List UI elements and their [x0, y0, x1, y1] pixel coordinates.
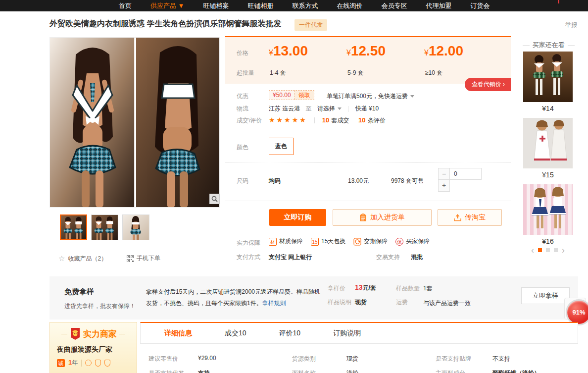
mobile-order[interactable]: 手机下单: [127, 254, 160, 263]
sample-subtitle: 进货先拿样，批发有保障！: [64, 302, 136, 311]
detail-label: 是否支持代发: [148, 369, 184, 373]
tab-reviews[interactable]: 评价10: [270, 329, 310, 338]
quantity-input[interactable]: [450, 168, 482, 180]
product-page: 首页 供应产品 ▼ 旺铺档案 旺铺相册 联系方式 在线询价 会员专区 代理加盟 …: [0, 0, 588, 373]
thumbnail-1[interactable]: [60, 214, 87, 240]
satisfaction-badge[interactable]: 91%: [567, 301, 588, 324]
strength-merchant-ribbon: 实力商家: [50, 327, 137, 340]
coupon-chip[interactable]: ¥50.00 领取: [269, 90, 314, 100]
price-tier-3: ¥12.00: [424, 43, 463, 59]
medal-icon: [85, 360, 92, 366]
get-sample-button[interactable]: 立即拿样: [521, 287, 570, 304]
deal-count[interactable]: 10: [322, 116, 329, 124]
size-unit-price: 13.00元: [348, 177, 369, 185]
detail-value: 支持: [198, 369, 210, 373]
fifteen-day-return[interactable]: 1515天包换: [311, 237, 345, 246]
order-now-button[interactable]: 立即订购: [269, 209, 326, 226]
buyer-guarantee[interactable]: 保买家保障: [395, 237, 430, 246]
mobile-order-label: 手机下单: [137, 254, 160, 263]
sample-desc-value: 现货: [355, 298, 367, 307]
seller-name[interactable]: 夜曲服装源头厂家: [57, 345, 137, 354]
related-image-3[interactable]: [523, 184, 573, 235]
thumbnail-2[interactable]: [91, 214, 118, 240]
color-option-blue[interactable]: 蓝色: [269, 138, 294, 155]
free-sample-section: 免费拿样 进货先拿样，批发有保障！ 拿样支付后15天内，二次店铺进货满2000元…: [49, 276, 578, 320]
thumbnail-3[interactable]: [122, 214, 149, 240]
nav-products[interactable]: 供应产品 ▼: [150, 1, 197, 10]
related-image-1[interactable]: [523, 52, 573, 102]
shield-icon-2: [104, 360, 110, 367]
favorite-product[interactable]: ☆ 收藏产品（2）: [58, 254, 107, 263]
nav-home[interactable]: 首页: [119, 1, 145, 10]
trade-support-label: 交易支持: [376, 253, 400, 262]
moq-tier-1: 1-4 套: [270, 69, 286, 77]
view-agent-price-button[interactable]: 查看代销价 ›: [465, 78, 511, 91]
size-stock: 9978 套可售: [391, 177, 424, 185]
review-count[interactable]: 10: [358, 116, 365, 124]
magnifier-icon[interactable]: [209, 194, 220, 204]
seller-badges: 诚 1年: [57, 359, 137, 367]
nav-contact[interactable]: 联系方式: [292, 1, 331, 10]
next-arrow-icon[interactable]: ›: [562, 247, 565, 254]
integrity-icon[interactable]: 诚: [57, 359, 65, 367]
logistics-from: 江苏 连云港: [269, 105, 300, 112]
detail-label: 货源类别: [292, 355, 316, 363]
sample-ship-value: 与该产品运费一致: [423, 298, 471, 309]
sidebar-title: 买家还在看: [519, 41, 578, 50]
upload-icon: [454, 213, 461, 221]
detail-value: 不支持: [492, 355, 510, 363]
sample-title: 免费拿样: [64, 287, 94, 297]
chevron-down-icon: [410, 95, 414, 98]
sample-qty-label: 样品数量: [396, 284, 420, 293]
deal-text: 套成交: [332, 117, 349, 124]
page-dot-3[interactable]: [554, 248, 558, 252]
moq-tier-2: 5-9 套: [347, 69, 364, 77]
dropship-badge: 一件代发: [294, 19, 327, 31]
divider: [314, 117, 315, 123]
quantity-plus-button[interactable]: +: [438, 180, 450, 192]
detail-label: 面料名称: [292, 369, 316, 373]
report-link[interactable]: 举报: [565, 21, 577, 29]
logistics-dest-select[interactable]: 请选择: [317, 105, 335, 112]
detail-value: 现货: [346, 355, 358, 363]
sample-price-value: 13元/套: [355, 283, 376, 292]
material-guarantee[interactable]: 材材质保障: [269, 237, 303, 246]
star-icon: ☆: [58, 254, 65, 263]
add-to-cart-button[interactable]: 加入进货单: [333, 209, 432, 226]
trade-support-value: 混批: [411, 253, 423, 262]
detail-value: ¥29.00: [198, 355, 216, 362]
coupon-get-button[interactable]: 领取: [294, 91, 314, 100]
detail-label: 是否支持贴牌: [436, 355, 471, 363]
page-dot-2[interactable]: [546, 248, 550, 252]
related-image-2[interactable]: [523, 118, 573, 168]
payment-label: 支付方式: [237, 253, 267, 262]
tab-deals[interactable]: 成交10: [216, 329, 255, 338]
nav-member-zone[interactable]: 会员专区: [381, 1, 420, 10]
fifteen-day-icon: 15: [311, 238, 319, 246]
sample-rule-link[interactable]: 拿样规则: [262, 300, 286, 307]
quantity-stepper: − +: [438, 168, 483, 192]
red-marker: [558, 0, 559, 3]
coupon-desc[interactable]: 单笔订单满500元，免快递运费: [327, 92, 414, 101]
tab-order-notes[interactable]: 订购说明: [324, 329, 370, 338]
nav-inquiry[interactable]: 在线询价: [337, 1, 375, 10]
divider: [225, 201, 511, 201]
related-item-1: ¥14: [523, 52, 573, 112]
nav-order-fair[interactable]: 订货会: [470, 1, 502, 10]
quantity-minus-button[interactable]: −: [438, 168, 450, 180]
rating-row: ★★★★★ 10 套成交 10 条评价: [269, 115, 386, 125]
send-to-taobao-button[interactable]: 传淘宝: [438, 209, 502, 226]
main-product-image[interactable]: [49, 37, 220, 208]
related-item-3: ¥16: [523, 184, 573, 245]
size-value: 均码: [269, 177, 281, 185]
page-dot-1[interactable]: [538, 248, 542, 252]
divider: [225, 162, 511, 162]
delivery-guarantee[interactable]: 交期保障: [353, 237, 388, 246]
tab-detail-info[interactable]: 详细信息: [155, 329, 201, 338]
size-label: 尺码: [237, 177, 267, 185]
nav-shop-profile[interactable]: 旺铺档案: [203, 1, 242, 10]
divider: [81, 360, 82, 367]
nav-shop-album[interactable]: 旺铺相册: [247, 1, 286, 10]
nav-agent[interactable]: 代理加盟: [426, 1, 464, 10]
prev-arrow-icon[interactable]: ‹: [531, 247, 534, 254]
